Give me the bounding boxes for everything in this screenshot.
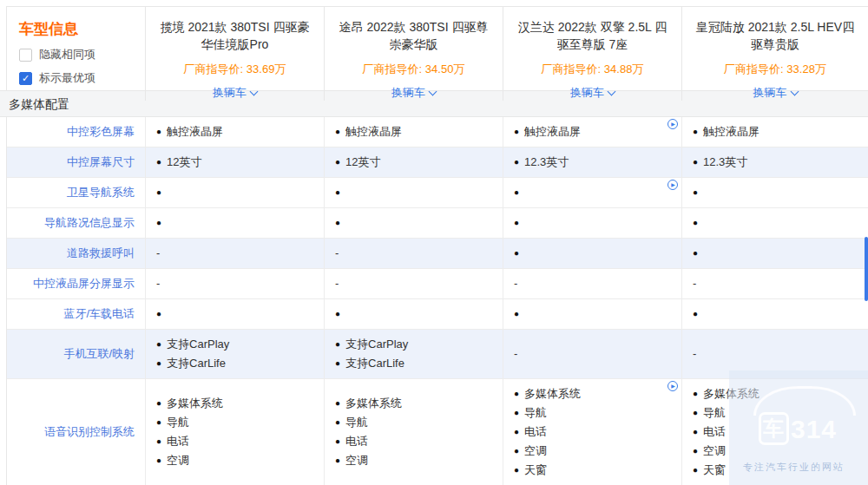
spec-row: 导航路况信息显示●●●● bbox=[7, 208, 868, 239]
car-comparison-page: 车型信息 隐藏相同项✓标示最优项 揽境 2021款 380TSI 四驱豪华佳境版… bbox=[0, 0, 868, 485]
spec-value-text: 多媒体系统 bbox=[703, 384, 760, 403]
spec-value-text: 空调 bbox=[167, 451, 189, 470]
spec-value-text: 触控液晶屏 bbox=[345, 122, 402, 141]
spec-value-item: ●支持CarLife bbox=[156, 354, 312, 373]
equipped-dot-icon: ● bbox=[335, 213, 340, 233]
spec-value-item: ● bbox=[335, 213, 490, 233]
spec-value-cell: ● bbox=[682, 239, 868, 268]
equipped-dot-icon: ● bbox=[693, 153, 698, 172]
spec-value-cell: - bbox=[146, 239, 325, 268]
spec-value-item: ●空调 bbox=[693, 442, 856, 461]
change-car-link[interactable]: 换辆车 bbox=[694, 85, 856, 101]
equipped-dot-icon: ● bbox=[156, 305, 161, 324]
spec-label[interactable]: 中控屏幕尺寸 bbox=[67, 154, 135, 170]
car-header-column: 途昂 2022款 380TSI 四驱尊崇豪华版厂商指导价: 34.50万换辆车 bbox=[325, 7, 503, 101]
spec-value-cell: ●▶ bbox=[503, 178, 682, 207]
video-play-icon[interactable]: ▶ bbox=[667, 119, 678, 129]
spec-value-item: ● bbox=[693, 183, 856, 202]
equipped-dot-icon: ● bbox=[156, 451, 161, 470]
spec-row: 手机互联/映射●支持CarPlay●支持CarLife●支持CarPlay●支持… bbox=[7, 330, 868, 379]
spec-value-text: 天窗 bbox=[524, 461, 547, 480]
spec-value-text: 多媒体系统 bbox=[524, 384, 581, 403]
change-car-link[interactable]: 换辆车 bbox=[516, 85, 669, 101]
spec-value-text: 导航 bbox=[524, 403, 547, 423]
spec-value-item: ●触控液晶屏 bbox=[335, 122, 490, 141]
equipped-dot-icon: ● bbox=[156, 153, 161, 172]
spec-value-cell: ● bbox=[146, 299, 325, 329]
spec-value-text: 电话 bbox=[167, 432, 189, 451]
car-name[interactable]: 途昂 2022款 380TSI 四驱尊崇豪华版 bbox=[337, 18, 490, 53]
spec-value-cell: ●12.3英寸 bbox=[682, 147, 868, 177]
spec-value-item: ● bbox=[693, 305, 856, 324]
vertical-scrollbar-thumb[interactable] bbox=[865, 237, 868, 301]
not-equipped-dash: - bbox=[693, 274, 856, 293]
check-icon: ✓ bbox=[22, 74, 30, 83]
spec-label[interactable]: 手机互联/映射 bbox=[63, 346, 135, 362]
equipped-dot-icon: ● bbox=[693, 244, 698, 263]
spec-value-item: ● bbox=[335, 305, 490, 324]
equipped-dot-icon: ● bbox=[693, 305, 698, 324]
car-name[interactable]: 皇冠陆放 2021款 2.5L HEV四驱尊贵版 bbox=[694, 18, 856, 53]
car-name[interactable]: 揽境 2021款 380TSI 四驱豪华佳境版Pro bbox=[158, 18, 312, 53]
spec-value-cell: ● bbox=[325, 208, 503, 238]
spec-value-text: 电话 bbox=[703, 423, 726, 442]
equipped-dot-icon: ● bbox=[335, 394, 340, 413]
spec-value-cell: - bbox=[682, 269, 868, 298]
change-car-link[interactable]: 换辆车 bbox=[337, 85, 490, 101]
spec-value-cell: - bbox=[325, 239, 503, 268]
play-triangle-icon: ▶ bbox=[671, 120, 675, 128]
spec-value-item: ● bbox=[156, 305, 312, 324]
spec-label[interactable]: 道路救援呼叫 bbox=[67, 246, 135, 261]
spec-label-cell: 手机互联/映射 bbox=[7, 330, 146, 378]
spec-label[interactable]: 语音识别控制系统 bbox=[44, 424, 135, 440]
spec-value-cell: ●触控液晶屏 bbox=[146, 117, 325, 147]
equipped-dot-icon: ● bbox=[514, 153, 519, 172]
filter-option-mark-best[interactable]: ✓标示最优项 bbox=[19, 70, 145, 86]
spec-label-cell: 中控彩色屏幕 bbox=[7, 117, 146, 147]
spec-label[interactable]: 导航路况信息显示 bbox=[44, 215, 135, 231]
spec-value-item: ●触控液晶屏 bbox=[156, 122, 312, 141]
checkbox-unchecked-icon[interactable] bbox=[19, 49, 32, 62]
equipped-dot-icon: ● bbox=[335, 413, 340, 432]
spec-value-text: 支持CarPlay bbox=[167, 335, 229, 354]
equipped-dot-icon: ● bbox=[335, 335, 340, 354]
spec-value-cell: - bbox=[682, 330, 868, 378]
equipped-dot-icon: ● bbox=[693, 213, 698, 233]
spec-label[interactable]: 中控液晶屏分屏显示 bbox=[33, 276, 135, 292]
spec-value-text: 12英寸 bbox=[345, 153, 380, 172]
checkbox-checked-icon[interactable]: ✓ bbox=[19, 72, 32, 85]
spec-value-item: ●天窗 bbox=[514, 461, 669, 480]
spec-value-item: ●导航 bbox=[693, 403, 856, 423]
spec-value-item: ●12英寸 bbox=[156, 153, 312, 172]
chevron-down-icon bbox=[608, 88, 616, 96]
car-name[interactable]: 汉兰达 2022款 双擎 2.5L 四驱至尊版 7座 bbox=[516, 18, 669, 53]
spec-row: 中控彩色屏幕●触控液晶屏●触控液晶屏●触控液晶屏▶●触控液晶屏 bbox=[7, 117, 868, 147]
equipped-dot-icon: ● bbox=[335, 451, 340, 470]
chevron-down-icon bbox=[790, 88, 799, 96]
equipped-dot-icon: ● bbox=[514, 305, 519, 324]
spec-value-item: ●触控液晶屏 bbox=[514, 122, 669, 141]
filter-option-label: 隐藏相同项 bbox=[39, 47, 95, 62]
spec-value-item: ●电话 bbox=[335, 432, 490, 451]
spec-value-cell: ●多媒体系统●导航●电话●空调 bbox=[146, 379, 325, 485]
equipped-dot-icon: ● bbox=[693, 442, 698, 461]
spec-value-text: 空调 bbox=[703, 442, 726, 461]
spec-value-cell: ●12英寸 bbox=[325, 147, 503, 177]
video-play-icon[interactable]: ▶ bbox=[667, 180, 678, 190]
spec-value-item: ● bbox=[693, 213, 856, 233]
change-car-link[interactable]: 换辆车 bbox=[158, 85, 312, 101]
spec-value-item: ●电话 bbox=[514, 423, 669, 442]
spec-value-text: 12英寸 bbox=[167, 153, 201, 172]
spec-label[interactable]: 蓝牙/车载电话 bbox=[63, 306, 135, 322]
equipped-dot-icon: ● bbox=[156, 354, 161, 373]
not-equipped-dash: - bbox=[156, 244, 312, 263]
spec-value-text: 触控液晶屏 bbox=[167, 122, 223, 141]
filter-option-hide-same[interactable]: 隐藏相同项 bbox=[19, 47, 145, 62]
spec-value-text: 支持CarPlay bbox=[345, 335, 408, 354]
video-play-icon[interactable]: ▶ bbox=[667, 381, 678, 391]
chevron-down-icon bbox=[429, 88, 437, 96]
spec-label[interactable]: 中控彩色屏幕 bbox=[67, 124, 135, 140]
equipped-dot-icon: ● bbox=[514, 403, 519, 423]
spec-value-cell: ●触控液晶屏 bbox=[682, 117, 868, 147]
spec-label[interactable]: 卫星导航系统 bbox=[67, 185, 135, 200]
